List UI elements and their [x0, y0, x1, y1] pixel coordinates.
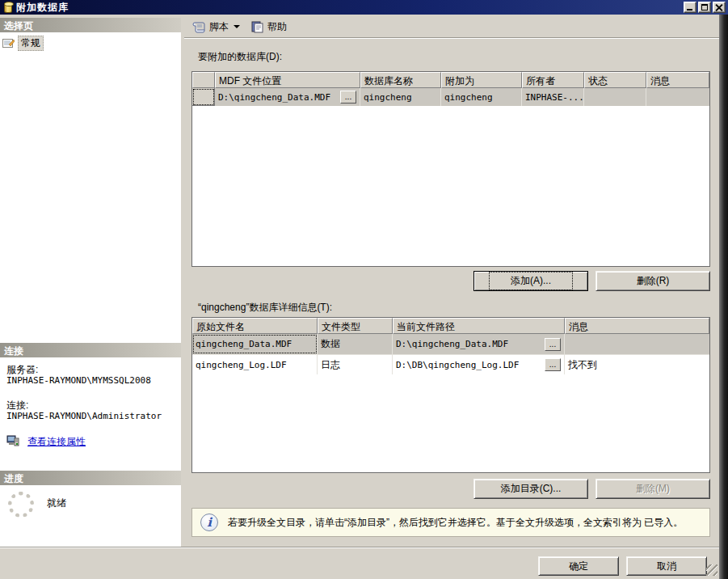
connection-panel: 服务器: INPHASE-RAYMOND\MYMSSQL2008 连接: INP…: [0, 357, 181, 471]
col-detail-message[interactable]: 消息: [565, 318, 709, 334]
script-button-label: 脚本: [209, 20, 229, 34]
info-bar: i 若要升级全文目录，请单击“添加目录”，然后找到它并选择它。基于全文升级选项，…: [191, 508, 710, 537]
cancel-button[interactable]: 取消: [626, 556, 707, 576]
window-controls: [684, 2, 726, 13]
row-selector-cell[interactable]: [192, 88, 215, 106]
details-grid-header: 原始文件名 文件类型 当前文件路径 消息: [192, 318, 709, 334]
script-button[interactable]: 脚本: [189, 19, 243, 36]
col-attach-as[interactable]: 附加为: [441, 72, 522, 88]
status-cell[interactable]: [584, 88, 646, 106]
ok-button[interactable]: 确定: [538, 556, 619, 576]
current-path-value: D:\qingcheng_Data.MDF: [396, 339, 508, 349]
sidebar-item-general-label: 常规: [18, 36, 44, 51]
databases-grid-header: MDF 文件位置 数据库名称 附加为 所有者 状态 消息: [192, 72, 709, 88]
minimize-button[interactable]: [684, 2, 696, 13]
col-database-name[interactable]: 数据库名称: [360, 72, 441, 88]
col-current-path[interactable]: 当前文件路径: [393, 318, 565, 334]
detail-message-cell[interactable]: 找不到: [565, 355, 709, 374]
owner-cell[interactable]: INPHASE-...: [522, 88, 584, 106]
table-row[interactable]: qingcheng_Data.MDF 数据 D:\qingcheng_Data.…: [192, 334, 709, 354]
general-page-icon: [2, 38, 15, 49]
view-connection-row: 查看连接属性: [6, 435, 174, 448]
col-row-selector[interactable]: [192, 72, 215, 88]
minimize-icon: [687, 9, 692, 11]
original-file-cell[interactable]: qingcheng_Data.MDF: [192, 334, 318, 354]
details-grid: 原始文件名 文件类型 当前文件路径 消息 qingcheng_Data.MDF …: [191, 317, 710, 473]
add-button[interactable]: 添加(A)...: [473, 271, 588, 291]
help-button[interactable]: 帮助: [248, 19, 290, 36]
server-block: 服务器: INPHASE-RAYMOND\MYMSSQL2008: [6, 364, 174, 387]
progress-panel: 就绪: [0, 485, 181, 547]
attach-db-label: 要附加的数据库(D):: [198, 50, 282, 64]
details-label: “qingcheng”数据库详细信息(T):: [198, 301, 332, 315]
maximize-button[interactable]: [698, 2, 711, 13]
browse-path-button[interactable]: ...: [545, 338, 561, 351]
server-value: INPHASE-RAYMOND\MYMSSQL2008: [6, 375, 174, 387]
attach-as-cell[interactable]: qingcheng: [441, 88, 522, 106]
remove-button[interactable]: 删除(R): [595, 271, 710, 291]
server-label: 服务器:: [6, 364, 174, 375]
progress-header: 进度: [0, 471, 181, 485]
info-text: 若要升级全文目录，请单击“添加目录”，然后找到它并选择它。基于全文升级选项，全文…: [228, 516, 683, 530]
file-type-cell[interactable]: 数据: [318, 334, 393, 354]
toolbar-separator: [184, 37, 719, 39]
connection-value: INPHASE-RAYMOND\Administrator: [6, 411, 174, 422]
attach-database-dialog: 附加数据库 选择页 常规 连接 服务器: INPHASE-RAYMOND\MYM…: [0, 0, 728, 579]
col-mdf-location[interactable]: MDF 文件位置: [215, 72, 360, 88]
add-catalog-button[interactable]: 添加目录(C)...: [473, 479, 588, 499]
maximize-icon: [701, 4, 708, 11]
databases-grid: MDF 文件位置 数据库名称 附加为 所有者 状态 消息 D:\qingchen…: [191, 71, 710, 267]
select-page-header: 选择页: [0, 18, 181, 32]
table-row[interactable]: D:\qingcheng_Data.MDF ... qingcheng qing…: [192, 88, 709, 106]
progress-spinner-icon: [8, 492, 34, 518]
col-file-type[interactable]: 文件类型: [318, 318, 393, 334]
table-row[interactable]: qingcheng_Log.LDF 日志 D:\DB\qingcheng_Log…: [192, 354, 709, 374]
mdf-location-value: D:\qingcheng_Data.MDF: [218, 92, 330, 103]
close-icon: [716, 4, 722, 11]
browse-path-button[interactable]: ...: [545, 358, 561, 371]
titlebar: 附加数据库: [0, 0, 728, 15]
sidebar-item-general[interactable]: 常规: [2, 36, 178, 51]
right-edge-strip: [719, 15, 728, 579]
help-icon: [251, 21, 264, 33]
chevron-down-icon: [234, 25, 240, 28]
remove-catalog-button: 删除(M): [595, 479, 710, 499]
footer-separator: [0, 547, 719, 548]
add-button-label: 添加(A)...: [491, 274, 570, 288]
connection-header: 连接: [0, 343, 181, 357]
col-message[interactable]: 消息: [646, 72, 709, 88]
page-title: 附加数据库: [16, 1, 69, 15]
help-button-label: 帮助: [267, 20, 287, 34]
connection-label: 连接:: [6, 399, 174, 411]
close-button[interactable]: [713, 2, 726, 13]
select-page-panel: 常规: [0, 32, 181, 343]
toolbar: 脚本 帮助: [184, 16, 719, 37]
message-cell[interactable]: [646, 88, 709, 106]
current-path-value: D:\DB\qingcheng_Log.LDF: [396, 360, 519, 370]
script-icon: [192, 21, 206, 33]
col-original-file[interactable]: 原始文件名: [192, 318, 318, 334]
current-path-cell[interactable]: D:\qingcheng_Data.MDF ...: [393, 334, 565, 354]
mdf-location-cell[interactable]: D:\qingcheng_Data.MDF ...: [215, 88, 360, 106]
current-path-cell[interactable]: D:\DB\qingcheng_Log.LDF ...: [393, 355, 565, 374]
detail-message-cell[interactable]: [565, 334, 709, 354]
database-name-cell[interactable]: qingcheng: [360, 88, 441, 106]
browse-mdf-button[interactable]: ...: [340, 91, 356, 104]
connection-properties-icon: [6, 435, 21, 448]
resize-grip[interactable]: [706, 564, 717, 576]
col-status[interactable]: 状态: [584, 72, 646, 88]
database-icon: [4, 2, 12, 13]
connection-block: 连接: INPHASE-RAYMOND\Administrator: [6, 399, 174, 422]
original-file-cell[interactable]: qingcheng_Log.LDF: [192, 355, 318, 374]
info-icon: i: [200, 513, 218, 531]
col-owner[interactable]: 所有者: [522, 72, 584, 88]
view-connection-properties-link[interactable]: 查看连接属性: [27, 436, 86, 447]
progress-status: 就绪: [47, 497, 66, 510]
file-type-cell[interactable]: 日志: [318, 355, 393, 374]
